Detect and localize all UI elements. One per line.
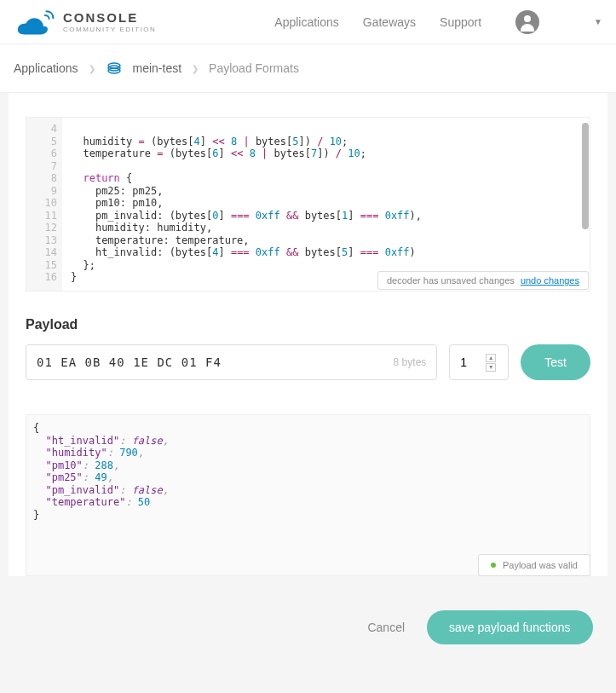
app-icon xyxy=(106,60,123,77)
cancel-button[interactable]: Cancel xyxy=(367,621,405,634)
chevron-right-icon: ❯ xyxy=(192,64,199,73)
port-input[interactable] xyxy=(460,355,486,369)
payload-valid-badge: Payload was valid xyxy=(478,554,590,577)
breadcrumb: Applications ❯ mein-test ❯ Payload Forma… xyxy=(0,44,616,93)
cloud-icon xyxy=(14,9,55,36)
nav-support[interactable]: Support xyxy=(440,15,481,29)
payload-hex-input[interactable] xyxy=(37,355,394,369)
nav-applications[interactable]: Applications xyxy=(274,15,339,29)
valid-label: Payload was valid xyxy=(503,559,578,572)
line-number-gutter: 45678910111213141516 xyxy=(26,118,62,291)
breadcrumb-current: Payload Formats xyxy=(209,61,299,75)
breadcrumb-app-name[interactable]: mein-test xyxy=(133,61,182,75)
logo-title: CONSOLE xyxy=(63,11,156,24)
stepper-down-icon[interactable]: ▼ xyxy=(486,363,496,372)
payload-hex-field[interactable]: 8 bytes xyxy=(26,344,437,380)
unsaved-label: decoder has unsaved changes xyxy=(387,275,515,286)
footer-actions: Cancel save payload functions xyxy=(10,593,607,668)
payload-title: Payload xyxy=(26,317,590,332)
result-output: { "ht_invalid": false, "humidity": 790, … xyxy=(26,414,590,576)
port-stepper: ▲ ▼ xyxy=(486,354,496,372)
code-text-area[interactable]: humidity = (bytes[4] << 8 | bytes[5]) / … xyxy=(62,118,590,291)
unsaved-changes-badge: decoder has unsaved changes undo changes xyxy=(377,271,589,290)
decoder-code-editor[interactable]: 45678910111213141516 humidity = (bytes[4… xyxy=(26,117,590,292)
chevron-right-icon: ❯ xyxy=(89,64,95,73)
undo-changes-link[interactable]: undo changes xyxy=(521,275,579,286)
nav-gateways[interactable]: Gateways xyxy=(363,15,416,29)
scrollbar-thumb[interactable] xyxy=(582,123,589,229)
payload-size-label: 8 bytes xyxy=(394,356,427,368)
port-field[interactable]: ▲ ▼ xyxy=(449,344,509,380)
status-dot-icon xyxy=(491,563,496,568)
test-button[interactable]: Test xyxy=(521,344,590,380)
avatar-icon[interactable] xyxy=(515,10,539,34)
logo[interactable]: CONSOLE COMMUNITY EDITION xyxy=(14,9,156,36)
stepper-up-icon[interactable]: ▲ xyxy=(486,354,496,362)
logo-subtitle: COMMUNITY EDITION xyxy=(63,26,156,33)
save-button[interactable]: save payload functions xyxy=(427,610,592,644)
top-header: CONSOLE COMMUNITY EDITION Applications G… xyxy=(0,0,616,44)
chevron-down-icon[interactable]: ▼ xyxy=(594,17,602,26)
breadcrumb-applications[interactable]: Applications xyxy=(14,61,78,75)
